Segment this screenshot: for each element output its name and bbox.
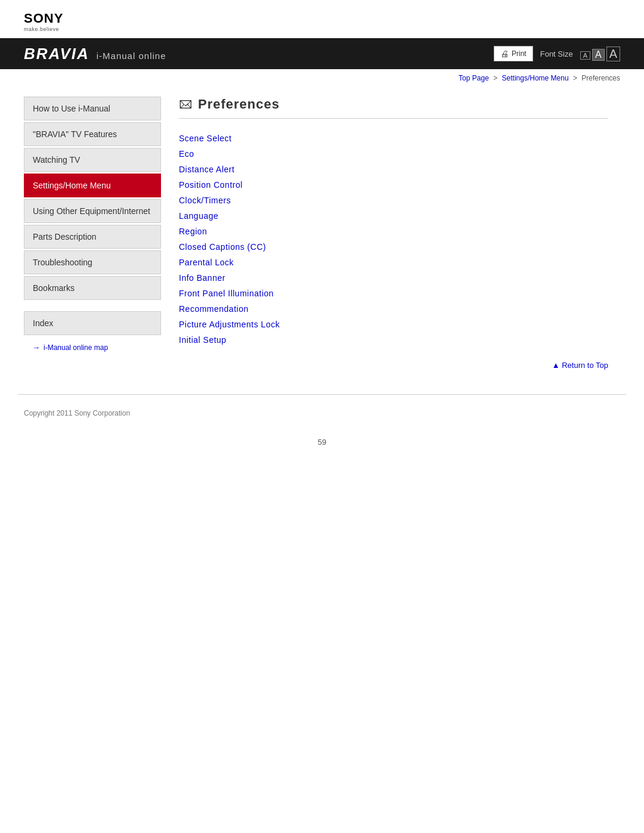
map-link-label: i-Manual online map [44,343,108,352]
breadcrumb: Top Page > Settings/Home Menu > Preferen… [0,69,644,85]
footer: Copyright 2011 Sony Corporation [0,401,644,426]
font-small-button[interactable]: A [580,51,590,60]
print-label: Print [512,49,527,58]
link-eco[interactable]: Eco [179,146,608,162]
imanual-label: i-Manual online [97,51,166,61]
sony-logo: SONY [24,11,620,26]
breadcrumb-settings[interactable]: Settings/Home Menu [502,74,569,82]
page-number: 59 [0,426,644,459]
link-closed-captions[interactable]: Closed Captions (CC) [179,239,608,255]
link-initial-setup[interactable]: Initial Setup [179,332,608,348]
link-language[interactable]: Language [179,208,608,224]
link-recommendation[interactable]: Recommendation [179,301,608,317]
link-picture-adjustments[interactable]: Picture Adjustments Lock [179,317,608,332]
font-size-buttons: A A A [580,47,620,61]
link-position-control[interactable]: Position Control [179,177,608,193]
content-area: 🖂 Preferences Scene Select Eco Distance … [161,85,626,388]
breadcrumb-sep-1: > [493,74,497,82]
sidebar-item-watching-tv[interactable]: Watching TV [24,148,161,172]
font-medium-button[interactable]: A [592,49,605,61]
main-layout: How to Use i-Manual "BRAVIA" TV Features… [0,85,644,388]
link-distance-alert[interactable]: Distance Alert [179,162,608,177]
sidebar-map-link[interactable]: → i-Manual online map [24,337,161,352]
page-title-row: 🖂 Preferences [179,97,608,119]
sidebar: How to Use i-Manual "BRAVIA" TV Features… [18,85,161,388]
sidebar-item-settings-home[interactable]: Settings/Home Menu [24,174,161,197]
copyright-text: Copyright 2011 Sony Corporation [24,409,130,417]
print-button[interactable]: 🖨 Print [494,46,533,61]
top-bar-right: 🖨 Print Font Size A A A [494,46,620,61]
link-front-panel[interactable]: Front Panel Illumination [179,286,608,301]
sidebar-item-troubleshooting[interactable]: Troubleshooting [24,250,161,274]
sidebar-index[interactable]: Index [24,311,161,335]
logo-area: SONY make.believe [0,0,644,38]
bravia-text: BRAVIA [24,45,89,63]
link-parental-lock[interactable]: Parental Lock [179,255,608,270]
link-clock-timers[interactable]: Clock/Timers [179,193,608,208]
breadcrumb-current: Preferences [581,74,620,82]
sidebar-item-bravia-tv[interactable]: "BRAVIA" TV Features [24,122,161,146]
link-info-banner[interactable]: Info Banner [179,270,608,286]
sidebar-spacer [24,302,161,311]
sidebar-item-using-other[interactable]: Using Other Equipment/Internet [24,199,161,223]
sony-tagline: make.believe [24,26,620,32]
sidebar-item-bookmarks[interactable]: Bookmarks [24,276,161,300]
link-scene-select[interactable]: Scene Select [179,131,608,146]
breadcrumb-sep-2: > [573,74,577,82]
footer-divider [18,394,626,395]
font-size-label: Font Size [540,49,573,58]
page-title-icon: 🖂 [179,97,192,112]
return-to-top-area: Return to Top [179,348,608,376]
print-icon: 🖨 [500,49,509,58]
link-region[interactable]: Region [179,224,608,239]
breadcrumb-top[interactable]: Top Page [459,74,489,82]
sidebar-item-parts-desc[interactable]: Parts Description [24,225,161,249]
sidebar-item-how-to-use[interactable]: How to Use i-Manual [24,97,161,120]
return-to-top-link[interactable]: Return to Top [552,361,608,370]
content-links: Scene Select Eco Distance Alert Position… [179,131,608,348]
page-title: Preferences [198,97,280,112]
font-large-button[interactable]: A [606,47,620,61]
top-bar: BRAVIA i-Manual online 🖨 Print Font Size… [0,38,644,69]
map-link-arrow: → [32,343,40,352]
bravia-logo: BRAVIA i-Manual online [24,45,166,63]
